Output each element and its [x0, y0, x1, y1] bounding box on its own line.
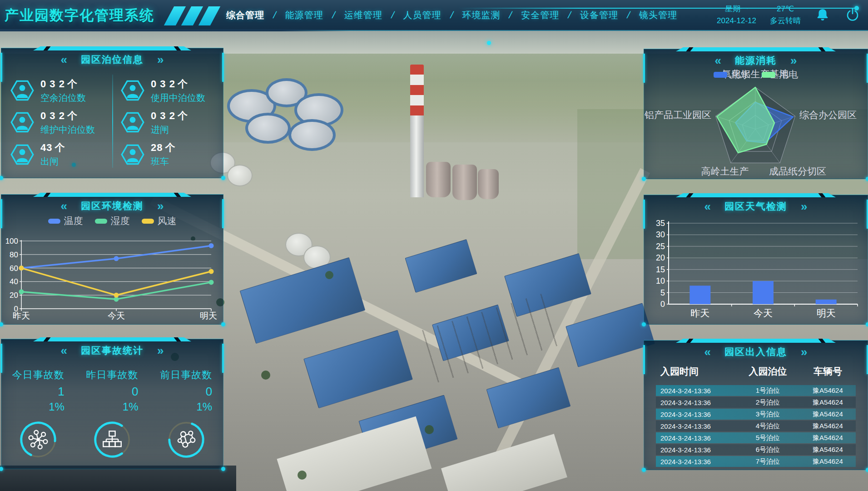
- weather-bar-chart: 05101520253035昨天今天明天: [648, 218, 864, 321]
- table-cell: 2024-3-24-13:36: [656, 458, 736, 466]
- accident-stat-column: 今日事故数11%: [2, 368, 75, 413]
- chevron-left-icon[interactable]: «: [704, 200, 711, 212]
- energy-chart-legend: 用水用电: [644, 68, 868, 81]
- chevron-left-icon[interactable]: «: [61, 54, 67, 65]
- header-sub-bar: [0, 29, 350, 31]
- panel-environment-monitor: « 园区环境检测 » 温度湿度风速 020406080100昨天今天明天: [1, 194, 223, 325]
- legend-item: 用电: [762, 68, 798, 81]
- scene-blue-roof-building: [405, 239, 477, 293]
- panel-title: 园区泊位信息: [81, 53, 144, 66]
- chevron-right-icon[interactable]: »: [157, 200, 164, 212]
- nav-separator: /: [508, 10, 513, 20]
- accident-percent: 1%: [12, 401, 64, 413]
- hub-network-icon: [29, 431, 48, 449]
- molecule-icon: [178, 431, 195, 447]
- legend-label: 用水: [731, 68, 750, 81]
- scene-cooling-tower: [426, 162, 451, 197]
- svg-text:5: 5: [660, 288, 665, 297]
- nav-item-1[interactable]: 能源管理: [285, 9, 323, 21]
- panel-title-bar: « 园区事故统计 »: [1, 344, 223, 357]
- nav-item-7[interactable]: 镜头管理: [639, 9, 677, 21]
- panel-corner-dot: [866, 322, 868, 326]
- chevron-right-icon[interactable]: »: [801, 346, 807, 358]
- svg-text:20: 20: [10, 291, 18, 300]
- parking-stat: 0 3 2个维护中泊位数: [10, 106, 105, 138]
- svg-text:今天: 今天: [108, 311, 125, 321]
- legend-item: 温度: [48, 215, 83, 227]
- svg-text:高岭土生产: 高岭土生产: [701, 166, 749, 176]
- svg-text:25: 25: [656, 242, 665, 251]
- datetime-block: 星期一 2024-12-12: [717, 3, 756, 27]
- date-label: 2024-12-12: [717, 15, 756, 27]
- accident-percent: 1%: [86, 401, 138, 413]
- chevron-right-icon[interactable]: »: [157, 54, 164, 65]
- panel-title: 园区环境检测: [81, 200, 144, 212]
- panel-corner-dot: [866, 468, 868, 472]
- parking-stat: 0 3 2个使用中泊位数: [121, 75, 216, 106]
- bell-icon[interactable]: [814, 7, 831, 23]
- table-cell: 2024-3-24-13:36: [656, 387, 736, 395]
- stat-label: 班车: [151, 155, 175, 168]
- scene-map-marker: [487, 41, 491, 45]
- table-cell: 7号泊位: [736, 457, 800, 466]
- table-row: 2024-3-24-13:362号泊位豫A54624: [656, 397, 856, 408]
- access-table-header: 入园时间入园泊位车辆号: [656, 363, 856, 385]
- table-cell: 豫A54624: [800, 446, 856, 454]
- chevron-left-icon[interactable]: «: [704, 346, 711, 358]
- nav-separator: /: [626, 10, 631, 20]
- panel-top-decoration: [33, 193, 191, 197]
- hub-network-gauge: [17, 419, 59, 461]
- panel-weather-monitor: « 园区天气检测 » 05101520253035昨天今天明天: [644, 195, 868, 325]
- table-row: 2024-3-24-13:363号泊位豫A54624: [656, 409, 856, 420]
- panel-top-decoration: [33, 337, 191, 341]
- legend-item: 湿度: [95, 215, 130, 227]
- stat-value: 0 3 2个: [151, 77, 205, 91]
- user-hexagon-icon: [121, 79, 144, 102]
- nav-item-5[interactable]: 安全管理: [521, 9, 559, 21]
- panel-accident-stats: « 园区事故统计 » 今日事故数11%昨日事故数01%前日事故数01%: [1, 339, 223, 469]
- table-cell: 2024-3-24-13:36: [656, 399, 736, 406]
- legend-item: 风速: [142, 215, 177, 227]
- accident-gauge-column: [149, 419, 223, 462]
- chevron-left-icon[interactable]: «: [61, 345, 67, 356]
- nav-item-6[interactable]: 设备管理: [580, 9, 618, 21]
- nav-item-3[interactable]: 人员管理: [403, 9, 441, 21]
- nav-item-0[interactable]: 综合管理: [226, 9, 264, 21]
- accident-stats-row: 今日事故数11%昨日事故数01%前日事故数01%: [1, 368, 223, 413]
- chevron-right-icon[interactable]: »: [157, 345, 164, 356]
- stat-label: 进闸: [151, 124, 188, 136]
- accident-text: 昨日事故数01%: [86, 368, 138, 413]
- table-row: 2024-3-24-13:364号泊位豫A54624: [656, 421, 856, 431]
- panel-title-bar: « 园区天气检测 »: [644, 200, 868, 213]
- nav-separator: /: [449, 10, 455, 20]
- nav-item-4[interactable]: 环境监测: [462, 9, 500, 21]
- svg-text:30: 30: [656, 230, 665, 239]
- chevron-right-icon[interactable]: »: [801, 200, 807, 212]
- divider: [112, 75, 113, 168]
- table-row: 2024-3-24-13:367号泊位豫A54624: [656, 456, 856, 467]
- svg-text:明天: 明天: [200, 311, 217, 321]
- svg-text:40: 40: [10, 277, 18, 286]
- panel-corner-dot: [221, 467, 225, 471]
- accident-label: 昨日事故数: [86, 368, 138, 382]
- power-icon[interactable]: [844, 7, 861, 23]
- user-hexagon-icon: [10, 79, 34, 102]
- table-cell: 豫A54624: [800, 386, 856, 395]
- accident-text: 今日事故数11%: [12, 368, 64, 413]
- chevron-left-icon[interactable]: «: [61, 200, 67, 212]
- stat-text: 0 3 2个空余泊位数: [40, 77, 86, 104]
- table-cell: 豫A54624: [800, 398, 856, 407]
- stat-text: 43个出闸: [40, 141, 65, 168]
- logo-stripes-icon: [164, 6, 220, 25]
- nav-item-2[interactable]: 运维管理: [344, 9, 382, 21]
- stat-value: 0 3 2个: [40, 77, 86, 91]
- svg-text:10: 10: [656, 276, 665, 286]
- stat-label: 使用中泊位数: [151, 92, 205, 104]
- user-hexagon-icon: [121, 110, 144, 134]
- panel-corner-dot: [221, 176, 225, 180]
- panel-energy-consumption: « 能源消耗 » 用水用电 氧化铝生产基地综合办公园区成品纸分切区高岭土生产铝产…: [644, 49, 868, 179]
- stat-value: 0 3 2个: [151, 109, 188, 123]
- scene-chimney: [410, 65, 424, 197]
- accident-stat-column: 昨日事故数01%: [75, 368, 149, 413]
- panel-corner-dot: [642, 468, 646, 472]
